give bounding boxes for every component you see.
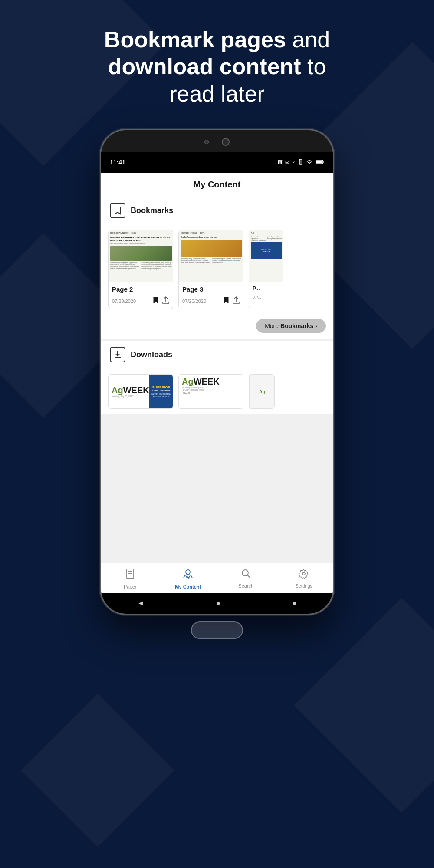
newspaper-page-4: AG Superior Grain Equipment continuous m… [249, 230, 283, 282]
bookmark-card-1-page: Page 2 [112, 286, 169, 293]
svg-rect-4 [316, 161, 322, 163]
bookmark-card-1[interactable]: REGIONAL NEWS 1691 HMONG FARMERS USE MN-… [108, 230, 173, 309]
status-icons: 🖼 ✉ ✓ [277, 159, 324, 166]
phone-home-button [191, 621, 243, 639]
download-card-3[interactable]: Ag [249, 374, 275, 409]
bottom-nav: Paper My Content [101, 563, 333, 593]
downloads-header: Downloads [101, 341, 333, 368]
hero-normal-2: to [301, 54, 326, 79]
bookmark-card-2-share-btn[interactable] [233, 296, 240, 306]
bookmark-card-3-page: P... [253, 286, 279, 292]
camera-small [204, 140, 209, 144]
downloads-section: Downloads AgWEEK Monday, July 20, 2020 [101, 341, 333, 414]
nav-item-paper[interactable]: Paper [101, 567, 159, 591]
my-content-label: My Content [175, 584, 201, 589]
download-card-1-thumbnail: AgWEEK Monday, July 20, 2020 SUPERIOR Gr… [108, 374, 173, 409]
bookmark-card-2-page: Page 3 [182, 286, 240, 293]
mail-icon: ✉ [285, 160, 289, 165]
bookmark-card-1-meta: 07/20/2020 [112, 296, 169, 306]
more-bold-label: Bookmarks [280, 322, 313, 329]
power-button [334, 208, 334, 252]
android-nav-bar: ◄ ● ■ [101, 593, 333, 614]
search-label: Search [238, 583, 253, 589]
bookmark-card-1-bookmark-btn[interactable] [153, 296, 159, 306]
app-screen: My Content Bookmarks [101, 173, 333, 614]
bookmark-card-3[interactable]: AG Superior Grain Equipment continuous m… [249, 230, 283, 309]
home-button[interactable]: ● [216, 599, 220, 607]
vibrate-icon [298, 159, 303, 166]
wifi-icon [306, 159, 313, 166]
nav-item-search[interactable]: Search [217, 567, 275, 591]
hero-bold-2: download content [108, 54, 301, 79]
volume-button [100, 217, 100, 252]
camera-main [222, 138, 230, 146]
nav-item-my-content[interactable]: My Content [159, 567, 217, 591]
svg-rect-5 [127, 569, 134, 579]
bookmark-card-2-date: 07/20/2020 [182, 299, 206, 304]
bookmark-card-1-date: 07/20/2020 [112, 299, 136, 304]
bookmark-card-1-actions[interactable] [153, 296, 169, 306]
bookmarks-header: Bookmarks [101, 197, 333, 224]
bookmark-card-2-meta: 07/20/2020 [182, 296, 240, 306]
settings-gear-icon [299, 569, 309, 582]
paper-icon [125, 569, 135, 582]
hero-normal-1: and [286, 27, 330, 52]
bookmark-card-2-thumbnail: AGWEEK NEWS 1871 Study: Farmers produce … [179, 230, 243, 282]
bookmark-card-1-thumbnail: REGIONAL NEWS 1691 HMONG FARMERS USE MN-… [108, 230, 173, 282]
recents-button[interactable]: ■ [293, 599, 297, 607]
newspaper-page-3: AGWEEK NEWS 1871 Study: Farmers produce … [179, 230, 243, 282]
bookmarks-label: Bookmarks [131, 206, 173, 215]
bookmark-section-icon [110, 203, 125, 218]
downloads-cards-scroll[interactable]: AgWEEK Monday, July 20, 2020 SUPERIOR Gr… [101, 368, 333, 414]
svg-point-10 [242, 570, 248, 576]
status-time: 11:41 [110, 159, 125, 166]
more-bookmarks-button[interactable]: More Bookmarks › [256, 319, 326, 333]
app-title: My Content [110, 180, 324, 190]
back-button[interactable]: ◄ [137, 599, 144, 607]
bookmark-card-2[interactable]: AGWEEK NEWS 1871 Study: Farmers produce … [178, 230, 243, 309]
download-card-2[interactable]: AgWEEK SD family ready to parlay For Jul… [178, 374, 243, 409]
bookmark-card-2-actions[interactable] [223, 296, 240, 306]
paper-label: Paper [124, 584, 136, 589]
newspaper-page-2: REGIONAL NEWS 1691 HMONG FARMERS USE MN-… [108, 230, 173, 282]
svg-point-12 [302, 572, 305, 575]
bookmark-card-2-bookmark-btn[interactable] [223, 296, 229, 306]
bookmark-card-2-info: Page 3 07/20/2020 [179, 282, 243, 309]
hero-normal-3: read later [169, 81, 265, 106]
battery-icon [316, 159, 324, 166]
svg-rect-1 [299, 159, 302, 164]
image-icon: 🖼 [277, 159, 283, 165]
chevron-right-icon: › [315, 322, 317, 329]
download-card-2-thumbnail: AgWEEK SD family ready to parlay For Jul… [179, 374, 243, 409]
svg-point-9 [186, 570, 190, 574]
hero-bold-1: Bookmark pages [104, 27, 286, 52]
bookmark-card-3-thumbnail: AG Superior Grain Equipment continuous m… [249, 230, 283, 282]
home-button-area [0, 615, 434, 643]
downloads-label: Downloads [131, 350, 172, 359]
bookmarks-section: Bookmarks REGIONAL NEWS 1691 HMONG FARME… [101, 197, 333, 339]
download-card-3-thumbnail: Ag [249, 374, 275, 409]
svg-line-11 [247, 575, 250, 578]
svg-rect-3 [323, 161, 324, 163]
content-area[interactable]: Bookmarks REGIONAL NEWS 1691 HMONG FARME… [101, 197, 333, 563]
download-card-1[interactable]: AgWEEK Monday, July 20, 2020 SUPERIOR Gr… [108, 374, 173, 409]
bookmark-card-1-share-btn[interactable] [162, 296, 169, 306]
bookmark-card-3-info: P... 07/... [249, 282, 283, 303]
agweek-logo-1: AgWEEK Monday, July 20, 2020 SUPERIOR Gr… [109, 375, 173, 408]
more-label: More [265, 322, 279, 329]
bookmark-card-1-info: Page 2 07/20/2020 [108, 282, 173, 309]
search-icon [241, 569, 251, 582]
camera-area [204, 138, 230, 146]
bookmark-card-3-date: 07/... [253, 295, 261, 299]
check-icon: ✓ [292, 160, 296, 165]
bookmarks-cards-scroll[interactable]: REGIONAL NEWS 1691 HMONG FARMERS USE MN-… [101, 224, 333, 315]
more-bookmarks-container: More Bookmarks › [101, 315, 333, 339]
status-bar: 11:41 🖼 ✉ ✓ [101, 152, 333, 173]
nav-item-settings[interactable]: Settings [275, 567, 333, 591]
my-content-icon [183, 569, 193, 582]
hero-text: Bookmark pages and download content to r… [0, 0, 434, 125]
phone-container: 11:41 🖼 ✉ ✓ [0, 125, 434, 615]
bookmark-card-3-meta: 07/... [253, 295, 279, 299]
download-section-icon [110, 347, 125, 362]
settings-label: Settings [295, 583, 312, 589]
